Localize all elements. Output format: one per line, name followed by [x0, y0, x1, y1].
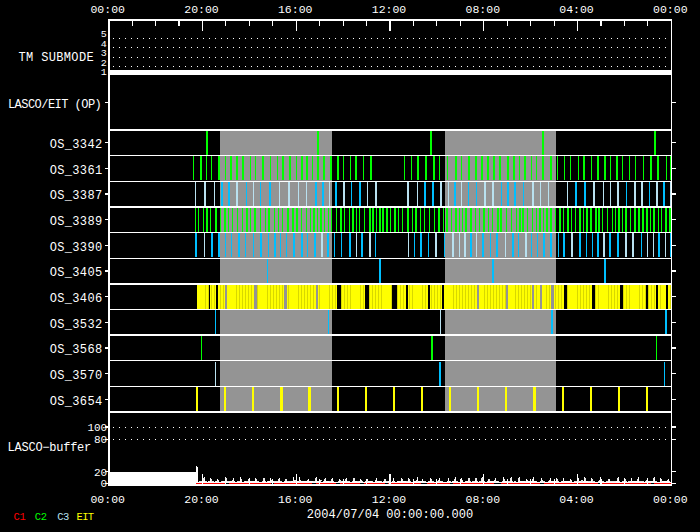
svg-text:4: 4: [101, 40, 107, 50]
svg-text:04:00: 04:00: [559, 3, 594, 16]
svg-text:OS_3570: OS_3570: [50, 369, 103, 383]
svg-text:20:00: 20:00: [184, 493, 219, 506]
svg-text:OS_3390: OS_3390: [50, 241, 103, 255]
svg-text:OS_3568: OS_3568: [50, 343, 103, 357]
svg-text:2004/07/04 00:00:00.000: 2004/07/04 00:00:00.000: [307, 508, 474, 522]
svg-text:OS_3361: OS_3361: [50, 164, 103, 178]
svg-text:00:00: 00:00: [653, 3, 688, 16]
svg-text:12:00: 12:00: [372, 493, 407, 506]
svg-text:16:00: 16:00: [278, 3, 313, 16]
svg-text:16:00: 16:00: [278, 493, 313, 506]
svg-text:100: 100: [87, 422, 107, 434]
svg-text:1: 1: [101, 68, 107, 78]
svg-text:C1: C1: [14, 511, 26, 523]
svg-text:OS_3406: OS_3406: [50, 292, 103, 306]
svg-text:04:00: 04:00: [559, 493, 594, 506]
svg-text:80: 80: [94, 434, 107, 446]
svg-text:LASCO/EIT (OP): LASCO/EIT (OP): [8, 98, 101, 112]
svg-text:5: 5: [101, 30, 107, 40]
svg-text:OS_3405: OS_3405: [50, 266, 103, 280]
svg-text:C2: C2: [35, 511, 47, 523]
svg-text:C3: C3: [57, 511, 69, 523]
svg-text:00:00: 00:00: [653, 493, 688, 506]
svg-text:OS_3389: OS_3389: [50, 215, 103, 229]
svg-text:00:00: 00:00: [90, 3, 125, 16]
svg-text:08:00: 08:00: [466, 493, 501, 506]
svg-text:2: 2: [101, 59, 107, 69]
svg-text:0: 0: [101, 478, 108, 490]
svg-text:TM SUBMODE: TM SUBMODE: [18, 51, 94, 65]
svg-text:LASCO−buffer: LASCO−buffer: [8, 441, 91, 455]
svg-text:OS_3387: OS_3387: [50, 189, 103, 203]
svg-text:20: 20: [94, 467, 107, 479]
svg-text:08:00: 08:00: [466, 3, 501, 16]
svg-text:EIT: EIT: [77, 511, 94, 523]
svg-text:12:00: 12:00: [372, 3, 407, 16]
svg-text:OS_3654: OS_3654: [50, 395, 103, 409]
svg-text:3: 3: [101, 49, 107, 59]
svg-text:OS_3342: OS_3342: [50, 138, 103, 152]
svg-text:OS_3532: OS_3532: [50, 318, 103, 332]
svg-text:20:00: 20:00: [184, 3, 219, 16]
svg-text:00:00: 00:00: [90, 493, 125, 506]
